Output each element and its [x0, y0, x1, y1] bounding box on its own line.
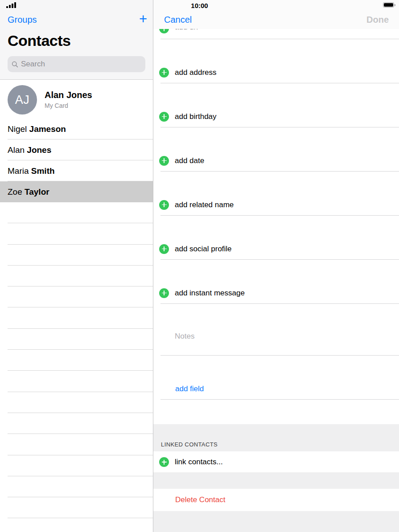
add-field-row[interactable]: add date — [153, 150, 399, 172]
add-field-button[interactable]: add field — [153, 378, 399, 400]
contact-list: Nigel Jameson Alan Jones Maria Smith Zoe… — [0, 119, 153, 202]
contact-first-name: Maria — [8, 166, 29, 176]
notes-placeholder: Notes — [175, 332, 194, 341]
done-button[interactable]: Done — [366, 15, 389, 25]
add-field-label: add field — [175, 378, 204, 400]
add-field-row[interactable]: add related name — [153, 194, 399, 216]
add-field-row[interactable]: add address — [153, 62, 399, 83]
my-card-row[interactable]: AJ Alan Jones My Card — [0, 80, 153, 119]
edit-contact-form: add url add address add birthday add dat… — [153, 0, 399, 532]
contact-list-item[interactable]: Maria Smith — [0, 160, 153, 181]
delete-contact-label: Delete Contact — [175, 489, 225, 511]
add-row-label: add instant message — [175, 282, 245, 304]
avatar-initials: AJ — [15, 93, 30, 107]
add-field-row[interactable]: add social profile — [153, 238, 399, 260]
contact-first-name: Zoe — [8, 187, 22, 196]
delete-contact-button[interactable]: Delete Contact — [153, 489, 399, 511]
contact-last-name: Smith — [31, 166, 55, 176]
contacts-sidebar: Groups + Contacts Search AJ Alan Jones M… — [0, 0, 153, 532]
search-icon — [12, 61, 18, 68]
cancel-button[interactable]: Cancel — [164, 15, 192, 25]
search-placeholder: Search — [21, 60, 45, 69]
empty-list-rows — [8, 202, 153, 532]
sidebar-header: Groups + Contacts Search — [0, 0, 153, 80]
add-field-row[interactable]: add instant message — [153, 282, 399, 304]
add-row-label: add date — [175, 150, 204, 172]
add-icon[interactable] — [159, 457, 169, 467]
my-card-name: Alan Jones — [45, 90, 92, 100]
add-icon[interactable] — [159, 288, 169, 298]
add-icon[interactable] — [159, 156, 169, 166]
add-row-label: add address — [175, 62, 217, 83]
avatar: AJ — [8, 85, 37, 115]
linked-contacts-header: LINKED CONTACTS — [161, 441, 218, 448]
add-contact-button[interactable]: + — [139, 12, 147, 27]
add-icon[interactable] — [159, 112, 169, 122]
contact-last-name: Jones — [27, 145, 51, 155]
contact-first-name: Alan — [8, 145, 25, 155]
add-icon[interactable] — [159, 200, 169, 210]
groups-button[interactable]: Groups — [8, 15, 37, 25]
link-contacts-row[interactable]: link contacts... — [153, 451, 399, 472]
add-icon[interactable] — [159, 244, 169, 254]
contact-last-name: Jameson — [29, 124, 66, 134]
contacts-app-screen: Groups + Contacts Search AJ Alan Jones M… — [0, 0, 399, 532]
add-row-label: add social profile — [175, 238, 232, 260]
grouped-section-background — [153, 424, 399, 532]
add-field-row[interactable]: add birthday — [153, 106, 399, 127]
edit-contact-panel: add url add address add birthday add dat… — [153, 0, 399, 532]
link-contacts-label: link contacts... — [175, 451, 223, 472]
add-row-label: add related name — [175, 194, 234, 216]
page-title: Contacts — [8, 32, 70, 49]
add-icon[interactable] — [159, 68, 169, 78]
contact-last-name: Taylor — [25, 187, 49, 196]
contact-first-name: Nigel — [8, 124, 27, 134]
my-card-subtitle: My Card — [45, 102, 68, 109]
search-input[interactable]: Search — [8, 56, 145, 72]
contact-list-item[interactable]: Alan Jones — [0, 139, 153, 160]
add-row-label: add birthday — [175, 106, 217, 127]
editor-navbar: Cancel Done — [153, 0, 399, 29]
notes-field[interactable]: Notes — [153, 327, 399, 356]
contact-list-item[interactable]: Zoe Taylor — [0, 181, 153, 202]
contact-list-item[interactable]: Nigel Jameson — [0, 119, 153, 139]
